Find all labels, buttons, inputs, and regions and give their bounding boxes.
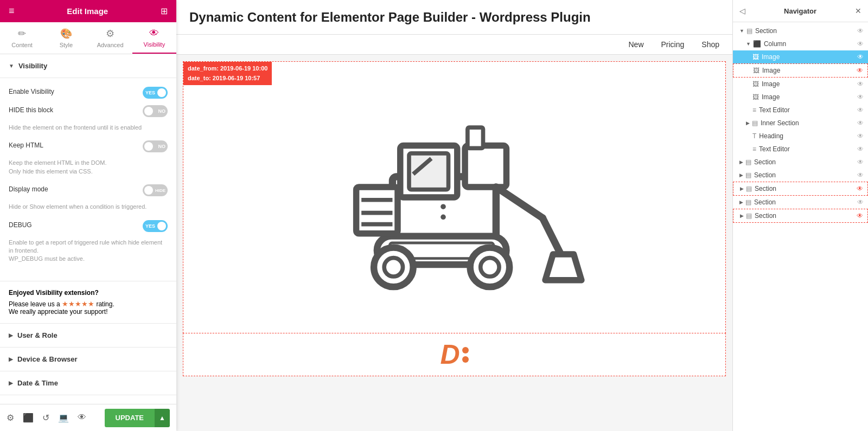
nav-eye-icon[interactable]: 👁 xyxy=(857,80,864,88)
nav-new[interactable]: New xyxy=(628,40,643,49)
nav-shop[interactable]: Shop xyxy=(701,40,719,49)
navigator-header-icons: ✕ xyxy=(855,7,861,15)
hide-block-row: HIDE this block NO Hide the element on t… xyxy=(9,105,168,132)
update-dropdown-button[interactable]: ▲ xyxy=(155,409,170,427)
nav-item-section-0[interactable]: ▼ ▤ Section 👁 xyxy=(733,24,868,37)
hamburger-icon[interactable]: ≡ xyxy=(9,5,15,17)
navigator-header: ◁ Navigator ✕ xyxy=(733,0,868,22)
bottom-icons: ⚙ ⬛ ↺ 💻 👁 xyxy=(7,413,86,423)
nav-eye-icon[interactable]: 👁 xyxy=(857,158,864,166)
hide-block-desc: Hide the element on the frontend until i… xyxy=(9,124,168,132)
nav-item-section-4[interactable]: ▶ ▤ Section 👁 xyxy=(733,196,868,209)
display-mode-toggle[interactable]: HIDE xyxy=(143,184,168,196)
nav-eye-icon[interactable]: 👁 xyxy=(857,27,864,35)
nav-item-image-1[interactable]: 🖼 Image 👁 xyxy=(733,63,868,78)
hide-block-toggle[interactable]: NO xyxy=(143,105,168,117)
display-mode-label: Display mode xyxy=(9,185,48,193)
nav-eye-icon[interactable]: 👁 xyxy=(857,106,864,114)
nav-arrow-icon: ▼ xyxy=(746,41,751,47)
nav-eye-icon[interactable]: 👁 xyxy=(857,145,864,153)
nav-eye-icon[interactable]: 👁 xyxy=(857,119,864,127)
hide-block-label: HIDE this block xyxy=(9,106,53,114)
nav-item-image-3[interactable]: 🖼 Image 👁 xyxy=(733,91,868,104)
user-role-section: ▶ User & Role xyxy=(0,324,176,348)
nav-inner-section-icon: ▤ xyxy=(752,119,758,127)
nav-eye-red-icon[interactable]: 👁 xyxy=(857,67,863,74)
nav-image-icon: 🖼 xyxy=(752,80,759,88)
nav-eye-icon[interactable]: 👁 xyxy=(857,171,864,179)
style-tab-icon: 🎨 xyxy=(60,28,72,40)
debug-label: DEBUG xyxy=(9,221,32,229)
keep-html-row: Keep HTML NO Keep the element HTML in th… xyxy=(9,140,168,176)
feedback-box: Enjoyed Visibility extension? Please lea… xyxy=(0,281,176,324)
device-browser-header[interactable]: ▶ Device & Browser xyxy=(0,348,176,371)
nav-item-section-5[interactable]: ▶ ▤ Section 👁 xyxy=(733,209,868,223)
date-time-header[interactable]: ▶ Date & Time xyxy=(0,371,176,395)
svg-point-12 xyxy=(480,258,499,276)
preview-icon[interactable]: 👁 xyxy=(78,413,86,423)
nav-item-section-2[interactable]: ▶ ▤ Section 👁 xyxy=(733,169,868,182)
visibility-section-header[interactable]: ▼ Visibility xyxy=(0,54,176,78)
nav-item-image-2[interactable]: 🖼 Image 👁 xyxy=(733,78,868,91)
nav-section-icon: ▤ xyxy=(746,27,752,35)
update-button[interactable]: UPDATE xyxy=(105,409,155,427)
debug-desc: Enable to get a report of triggered rule… xyxy=(9,239,168,263)
nav-item-heading[interactable]: T Heading 👁 xyxy=(733,130,868,143)
nav-eye-icon[interactable]: 👁 xyxy=(857,198,864,206)
nav-column-icon: ⬛ xyxy=(753,40,761,48)
user-role-header[interactable]: ▶ User & Role xyxy=(0,324,176,347)
nav-item-inner-section[interactable]: ▶ ▤ Inner Section 👁 xyxy=(733,117,868,130)
bulldozer-svg xyxy=(324,83,585,311)
content-block-1[interactable]: date_from: 2019-06-19 10:00 date_to: 201… xyxy=(183,61,726,333)
device-icon[interactable]: 💻 xyxy=(58,413,69,423)
nav-item-text-editor-1[interactable]: ≡ Text Editor 👁 xyxy=(733,143,868,156)
bulldozer-image xyxy=(183,62,725,333)
date-time-arrow-icon: ▶ xyxy=(9,380,13,386)
navigator-back-icon[interactable]: ◁ xyxy=(739,7,745,15)
history-icon[interactable]: ↺ xyxy=(42,413,49,423)
layers-icon[interactable]: ⬛ xyxy=(23,413,34,423)
nav-item-section-1[interactable]: ▶ ▤ Section 👁 xyxy=(733,156,868,169)
nav-eye-icon[interactable]: 👁 xyxy=(857,132,864,140)
settings-icon[interactable]: ⚙ xyxy=(7,413,14,423)
display-mode-row: Display mode HIDE Hide or Show element w… xyxy=(9,184,168,211)
nav-eye-red-icon[interactable]: 👁 xyxy=(857,212,863,220)
nav-pricing[interactable]: Pricing xyxy=(661,40,685,49)
nav-image-icon: 🖼 xyxy=(753,67,760,74)
navigator-close-icon[interactable]: ✕ xyxy=(855,7,861,15)
panel-content: ▼ Visibility Enable Visibility YES HIDE … xyxy=(0,54,176,404)
main-canvas: Dynamic Content for Elementor Page Build… xyxy=(176,0,732,431)
svg-point-10 xyxy=(384,258,403,276)
nav-eye-red-icon[interactable]: 👁 xyxy=(857,185,863,192)
nav-eye-icon[interactable]: 👁 xyxy=(857,93,864,101)
tab-visibility[interactable]: 👁 Visibility xyxy=(132,22,176,54)
nav-item-image-active[interactable]: 🖼 Image 👁 xyxy=(733,50,868,63)
visibility-tab-icon: 👁 xyxy=(149,28,159,39)
nav-eye-red-icon[interactable]: 👁 xyxy=(857,53,864,61)
right-panel: ◁ Navigator ✕ ▼ ▤ Section 👁 ▼ ⬛ Column 👁… xyxy=(732,0,868,431)
tab-content[interactable]: ✏ Content xyxy=(0,22,44,54)
nav-text-icon: ≡ xyxy=(752,106,756,114)
nav-arrow-icon: ▶ xyxy=(740,186,744,191)
settings-group: Enable Visibility YES HIDE this block NO xyxy=(0,78,176,281)
display-mode-desc: Hide or Show element when a condition is… xyxy=(9,203,168,211)
nav-section-icon: ▤ xyxy=(745,158,751,166)
grid-icon[interactable]: ⊞ xyxy=(161,6,168,16)
date-badge: date_from: 2019-06-19 10:00 date_to: 201… xyxy=(183,62,272,85)
keep-html-toggle[interactable]: NO xyxy=(143,140,168,152)
nav-item-section-3[interactable]: ▶ ▤ Section 👁 xyxy=(733,182,868,196)
enable-visibility-toggle[interactable]: YES xyxy=(143,87,168,99)
tab-style[interactable]: 🎨 Style xyxy=(44,22,88,54)
tab-advanced[interactable]: ⚙ Advanced xyxy=(88,22,132,54)
nav-eye-icon[interactable]: 👁 xyxy=(857,40,864,48)
nav-item-text-editor-0[interactable]: ≡ Text Editor 👁 xyxy=(733,104,868,117)
debug-toggle[interactable]: YES xyxy=(143,220,168,232)
content-tab-icon: ✏ xyxy=(18,28,26,40)
nav-text-icon: ≡ xyxy=(752,145,756,153)
nav-item-column[interactable]: ▼ ⬛ Column 👁 xyxy=(733,37,868,50)
nav-arrow-icon: ▶ xyxy=(746,120,750,126)
device-browser-arrow-icon: ▶ xyxy=(9,356,13,362)
svg-point-14 xyxy=(441,204,446,210)
nav-section-icon: ▤ xyxy=(745,171,751,179)
nav-arrow-icon: ▶ xyxy=(739,172,743,178)
